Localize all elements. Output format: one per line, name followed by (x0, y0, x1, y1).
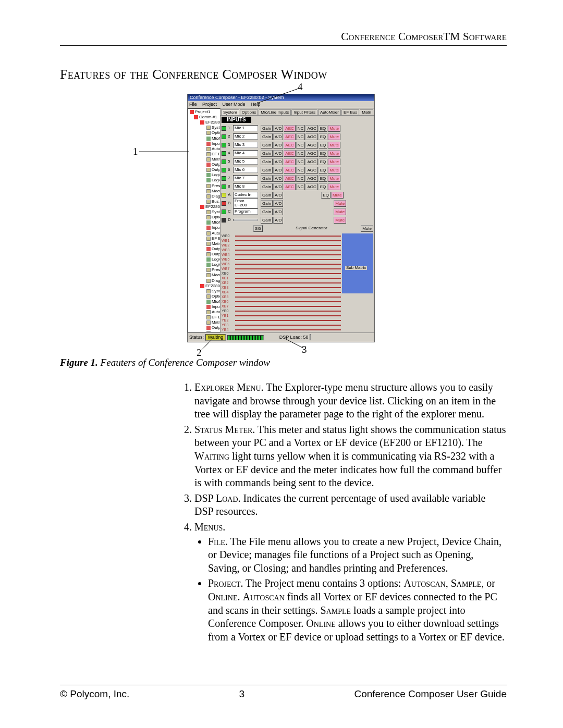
tree-node[interactable]: Input Filters (189, 141, 219, 146)
dsp-chip-a/d[interactable]: A/D (273, 133, 283, 140)
dsp-chip-nc[interactable]: NC (296, 142, 305, 149)
channel-label-input[interactable]: Mic 4 (233, 150, 258, 156)
dsp-chip-a/d[interactable]: A/D (273, 125, 283, 132)
dsp-chip-a/d[interactable]: A/D (273, 150, 283, 157)
dsp-chip-nc[interactable]: NC (296, 150, 305, 157)
tree-node[interactable]: EF2280:00 (189, 283, 219, 289)
dsp-chip-a/d[interactable]: A/D (273, 217, 283, 224)
tree-node[interactable]: Presets (189, 267, 219, 273)
dsp-chip-agc[interactable]: AGC (305, 142, 317, 149)
dsp-chip-mute[interactable]: Mute (334, 217, 346, 224)
tree-node[interactable]: EF Bus (189, 152, 219, 157)
tree-node[interactable]: AutoMixer (189, 231, 219, 236)
tree-node[interactable]: Output Filters (189, 246, 219, 252)
channel-label-input[interactable]: Mic 3 (233, 142, 258, 148)
dsp-chip-agc[interactable]: AGC (305, 133, 317, 140)
dsp-chip-mute[interactable]: Mute (331, 192, 344, 199)
dsp-chip-eq[interactable]: EQ (319, 167, 328, 174)
channel-label-input[interactable]: Mic 7 (233, 175, 258, 181)
tree-node[interactable]: System (189, 125, 219, 130)
tree-node[interactable]: Outputs (189, 331, 219, 332)
channel-label-input[interactable]: Codec In (233, 192, 258, 198)
dsp-chip-eq[interactable]: EQ (319, 183, 328, 190)
tree-node[interactable]: EF Bus (189, 315, 219, 320)
dsp-chip-aec[interactable]: AEC (284, 167, 295, 174)
dsp-chip-aec[interactable]: AEC (284, 175, 295, 182)
channel-label-input[interactable]: From EF200 (233, 198, 258, 208)
tree-node[interactable]: Bus AutoMixer (189, 199, 219, 204)
dsp-chip-nc[interactable]: NC (296, 125, 305, 132)
tree-node[interactable]: Outputs (189, 252, 219, 257)
dsp-chip-mute[interactable]: Mute (328, 175, 340, 182)
tab[interactable]: EF Bus (341, 109, 359, 115)
tree-node[interactable]: Macros (189, 273, 219, 278)
dsp-chip-mute[interactable]: Mute (328, 167, 340, 174)
tab[interactable]: Input Filters (291, 109, 317, 115)
dsp-chip-aec[interactable]: AEC (284, 183, 295, 190)
channel-label-input[interactable]: Mic 5 (233, 158, 258, 165)
tree-node[interactable]: Logic Output (189, 262, 219, 267)
tree-node[interactable]: Logic Input (189, 172, 219, 178)
tree-node[interactable]: Outputs (189, 167, 219, 172)
dsp-chip-nc[interactable]: NC (296, 183, 305, 190)
dsp-chip-agc[interactable]: AGC (305, 167, 317, 174)
tree-node[interactable]: Options (189, 294, 219, 299)
tab[interactable]: Options (240, 109, 259, 115)
tree-node[interactable]: Options (189, 130, 219, 135)
sg-mute-button[interactable]: Mute (361, 225, 373, 232)
dsp-chip-gain[interactable]: Gain (261, 133, 273, 140)
dsp-chip-mute[interactable]: Mute (328, 183, 340, 190)
dsp-chip-eq[interactable]: EQ (321, 192, 331, 199)
dsp-chip-gain[interactable]: Gain (261, 208, 273, 215)
tab-strip[interactable]: SystemOptionsMic/Line InputsInput Filter… (221, 108, 374, 116)
channel-label-input[interactable]: Mic 8 (233, 183, 258, 190)
dsp-chip-agc[interactable]: AGC (305, 175, 317, 182)
dsp-chip-a/d[interactable]: A/D (273, 183, 283, 190)
dsp-chip-mute[interactable]: Mute (328, 150, 340, 157)
dsp-chip-a/d[interactable]: A/D (273, 158, 283, 165)
dsp-chip-eq[interactable]: EQ (319, 158, 328, 165)
explorer-tree[interactable]: Project1Comm #1EF2280:02SystemOptionsMic… (188, 108, 221, 332)
dsp-chip-eq[interactable]: EQ (319, 125, 328, 132)
dsp-chip-gain[interactable]: Gain (261, 192, 273, 199)
tree-node[interactable]: Project1 (189, 109, 219, 115)
channel-label-input[interactable]: Mic 2 (233, 133, 258, 140)
dsp-chip-a/d[interactable]: A/D (273, 142, 283, 149)
tree-node[interactable]: AutoMixer (189, 146, 219, 152)
dsp-chip-gain[interactable]: Gain (261, 183, 273, 190)
tree-node[interactable]: Output Filters (189, 325, 219, 330)
dsp-chip-gain[interactable]: Gain (261, 158, 273, 165)
tree-node[interactable]: AutoMixer (189, 310, 219, 315)
dsp-chip-eq[interactable]: EQ (319, 175, 328, 182)
dsp-chip-gain[interactable]: Gain (261, 142, 273, 149)
dsp-chip-a/d[interactable]: A/D (273, 208, 283, 215)
tree-node[interactable]: Matrix Mixer (189, 157, 219, 162)
tree-node[interactable]: Logic Output (189, 178, 219, 183)
dsp-chip-mute[interactable]: Mute (334, 200, 346, 207)
tree-node[interactable]: EF2280:01 (189, 204, 219, 209)
tab[interactable]: System (221, 109, 239, 115)
dsp-chip-agc[interactable]: AGC (305, 183, 317, 190)
menu-file[interactable]: File (189, 102, 197, 107)
menu-project[interactable]: Project (202, 102, 217, 107)
dsp-chip-aec[interactable]: AEC (284, 133, 295, 140)
tree-node[interactable]: Output Filters (189, 162, 219, 167)
channel-label-input[interactable]: Program (233, 208, 258, 215)
tree-node[interactable]: Matrix Mixer (189, 320, 219, 325)
dsp-chip-nc[interactable]: NC (296, 175, 305, 182)
tree-node[interactable]: EF Bus (189, 236, 219, 241)
dsp-chip-nc[interactable]: NC (296, 158, 305, 165)
tree-node[interactable]: Presets (189, 183, 219, 189)
tree-node[interactable]: Diagnostics (189, 194, 219, 199)
dsp-chip-agc[interactable]: AGC (305, 150, 317, 157)
sub-matrix-block[interactable]: Sub Matrix (342, 233, 373, 293)
dsp-chip-gain[interactable]: Gain (261, 167, 273, 174)
dsp-chip-aec[interactable]: AEC (284, 150, 295, 157)
dsp-chip-agc[interactable]: AGC (305, 158, 317, 165)
dsp-chip-a/d[interactable]: A/D (273, 200, 283, 207)
dsp-chip-nc[interactable]: NC (296, 167, 305, 174)
dsp-chip-mute[interactable]: Mute (328, 158, 340, 165)
sg-chip[interactable]: SG (253, 225, 263, 232)
dsp-chip-a/d[interactable]: A/D (273, 175, 283, 182)
tree-node[interactable]: Diagnostics (189, 278, 219, 283)
